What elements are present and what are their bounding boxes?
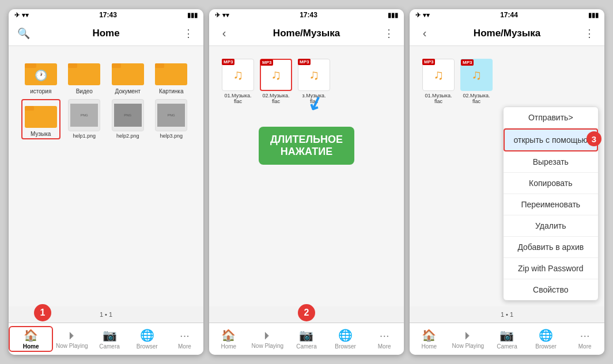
status-right-3: ▮▮▮ xyxy=(588,12,599,19)
file-label-help1: help1.png xyxy=(73,133,96,139)
folder-pic[interactable]: Картинка xyxy=(152,59,191,94)
camera-icon-2: 📷 xyxy=(299,328,313,342)
file-help3[interactable]: PNG help3.png xyxy=(152,99,191,139)
folder-label-doc: Документ xyxy=(115,88,141,94)
screen-2: ✈ ▾▾ 17:43 ▮▮▮ ‹ Home/Музыка ⋮ MP3 ♫ 0 xyxy=(209,9,404,355)
nowplaying-label-3: Now Playing xyxy=(452,343,485,349)
more-label-2: More xyxy=(378,343,391,350)
menu-zip-password[interactable]: Zip with Password xyxy=(504,258,598,279)
file-02-music[interactable]: MP3 ♫ 02.Музыка.flac xyxy=(260,59,292,104)
wifi-icon: ▾▾ xyxy=(22,12,29,19)
mp3-tag-02-3: MP3 xyxy=(461,59,474,66)
more-icon-2[interactable]: ⋮ xyxy=(381,25,397,41)
file-icon-01-3: MP3 ♫ xyxy=(422,59,455,91)
svg-text:🕐: 🕐 xyxy=(35,69,48,82)
folder-music[interactable]: Музыка xyxy=(21,99,60,139)
tab-home-3[interactable]: 🏠 Home xyxy=(410,328,449,350)
context-menu: Отправить> открыть с помощью Вырезать Ко… xyxy=(503,107,599,301)
airplane-icon-2: ✈ xyxy=(215,12,220,19)
content-1: 🕐 история Видео Документ xyxy=(9,46,203,306)
status-bar-3: ✈ ▾▾ 17:44 ▮▮▮ xyxy=(410,9,604,21)
tab-camera-2[interactable]: 📷 Camera xyxy=(287,328,326,350)
menu-rename[interactable]: Переименовать xyxy=(504,194,598,215)
status-bar-2: ✈ ▾▾ 17:43 ▮▮▮ xyxy=(209,9,404,21)
music-note-02: ♫ xyxy=(271,67,281,83)
file-help1[interactable]: PNG help1.png xyxy=(65,99,104,139)
file-01-music-3[interactable]: MP3 ♫ 01.Музыка.flac xyxy=(422,59,455,104)
home-icon-3: 🏠 xyxy=(422,328,436,342)
wifi-icon-3: ▾▾ xyxy=(423,12,430,19)
tab-more-1[interactable]: ··· More xyxy=(166,329,203,350)
tab-browser-3[interactable]: 🌐 Browser xyxy=(527,328,566,350)
menu-delete[interactable]: Удалить xyxy=(504,215,598,237)
long-press-label: ДЛИТЕЛЬНОЕНАЖАТИЕ xyxy=(259,127,354,165)
folder-historia[interactable]: 🕐 история xyxy=(21,59,60,94)
status-left-3: ✈ ▾▾ xyxy=(415,12,430,19)
tab-browser-2[interactable]: 🌐 Browser xyxy=(326,328,365,350)
more-icon-1[interactable]: ⋮ xyxy=(180,25,196,41)
tab-nowplaying-3[interactable]: ⏵ Now Playing xyxy=(449,329,488,349)
page-indicator-3: 1 • 1 xyxy=(501,311,513,318)
menu-open-with[interactable]: открыть с помощью xyxy=(504,128,598,151)
tab-nowplaying-2[interactable]: ⏵ Now Playing xyxy=(248,329,287,349)
file-02-music-3[interactable]: MP3 ♫ 02.Музыка.flac xyxy=(460,59,493,104)
file-icon-help1: PNG xyxy=(68,99,100,131)
tab-bar-2: 🏠 Home ⏵ Now Playing 📷 Camera 🌐 Browser … xyxy=(209,323,404,355)
thumb-help3: PNG xyxy=(157,104,185,127)
tab-camera-1[interactable]: 📷 Camera xyxy=(90,328,128,350)
back-icon-2[interactable]: ‹ xyxy=(216,25,232,41)
menu-cut[interactable]: Вырезать xyxy=(504,151,598,173)
back-icon-3[interactable]: ‹ xyxy=(417,25,433,41)
status-right-1: ▮▮▮ xyxy=(187,12,198,19)
thumb-help1: PNG xyxy=(70,104,98,127)
menu-send[interactable]: Отправить> xyxy=(504,107,598,128)
file-01-music[interactable]: MP3 ♫ 01.Музыка.flac xyxy=(222,59,254,104)
screen-3: ✈ ▾▾ 17:44 ▮▮▮ ‹ Home/Музыка ⋮ MP3 ♫ 0 xyxy=(410,9,604,355)
more-dots-icon-2: ··· xyxy=(380,329,389,342)
browser-icon-1: 🌐 xyxy=(140,328,154,342)
folder-doc[interactable]: Документ xyxy=(108,59,147,94)
folder-video[interactable]: Видео xyxy=(65,59,104,94)
more-label-3: More xyxy=(578,343,592,350)
camera-label-1: Camera xyxy=(99,343,120,350)
camera-icon-3: 📷 xyxy=(500,328,514,342)
status-left-2: ✈ ▾▾ xyxy=(215,12,229,19)
svg-rect-1 xyxy=(25,63,36,68)
airplane-icon-3: ✈ xyxy=(415,12,421,19)
home-label-2: Home xyxy=(221,343,236,350)
menu-add-archive[interactable]: Добавить в архив xyxy=(504,237,598,258)
more-dots-icon-1: ··· xyxy=(180,329,190,342)
menu-property[interactable]: Свойство xyxy=(504,279,598,300)
nowplaying-icon-1: ⏵ xyxy=(67,329,77,342)
menu-copy[interactable]: Копировать xyxy=(504,173,598,194)
search-icon[interactable]: 🔍 xyxy=(16,25,32,41)
tab-more-2[interactable]: ··· More xyxy=(365,329,404,350)
tab-camera-3[interactable]: 📷 Camera xyxy=(487,328,527,350)
tab-home-2[interactable]: 🏠 Home xyxy=(209,328,248,350)
tab-browser-1[interactable]: 🌐 Browser xyxy=(128,328,166,350)
nav-title-3: Home/Музыка xyxy=(474,28,540,39)
wifi-icon-2: ▾▾ xyxy=(222,12,229,19)
file-icon-01: MP3 ♫ xyxy=(222,59,254,91)
folder-icon-pic xyxy=(155,59,187,86)
file-icon-help2: PNG xyxy=(112,99,144,131)
file-help2[interactable]: PNG help2.png xyxy=(108,99,147,139)
file-label-help2: help2.png xyxy=(116,133,139,139)
tab-more-3[interactable]: ··· More xyxy=(565,329,604,350)
tab-nowplaying-1[interactable]: ⏵ Now Playing xyxy=(53,329,90,349)
music-note-02-3: ♫ xyxy=(471,67,482,83)
file-label-01: 01.Музыка.flac xyxy=(225,93,252,104)
nowplaying-label-2: Now Playing xyxy=(252,343,284,349)
more-dots-icon-3: ··· xyxy=(580,329,590,342)
tab-home-1[interactable]: 🏠 Home xyxy=(9,326,53,352)
status-time-2: 17:43 xyxy=(300,11,317,19)
more-icon-3[interactable]: ⋮ xyxy=(581,25,597,41)
tab-bar-3: 🏠 Home ⏵ Now Playing 📷 Camera 🌐 Browser … xyxy=(410,323,604,355)
thumb-help2: PNG xyxy=(114,104,142,127)
file-icon-02: MP3 ♫ xyxy=(260,59,292,91)
music-note-03: ♫ xyxy=(309,67,319,83)
browser-label-3: Browser xyxy=(535,343,557,350)
svg-rect-6 xyxy=(112,63,121,68)
file-label-02-3: 02.Музыка.flac xyxy=(463,93,490,104)
nowplaying-icon-3: ⏵ xyxy=(463,329,473,342)
